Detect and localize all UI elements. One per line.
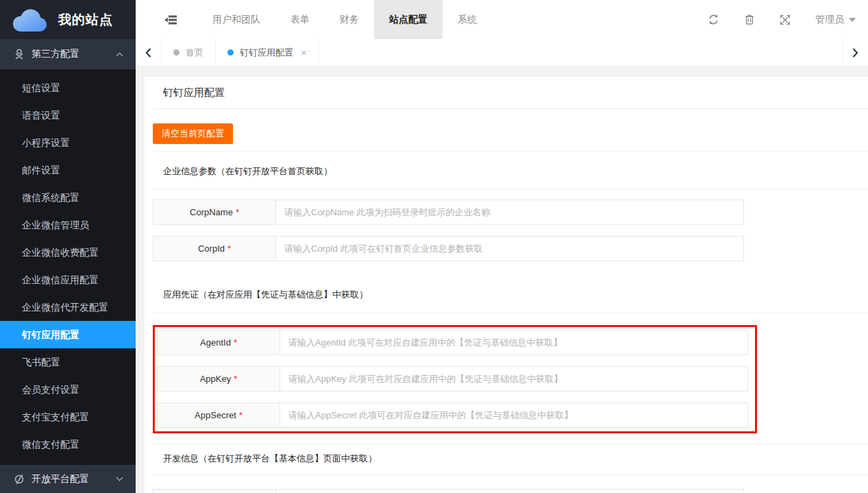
highlight-annotation-box: AgentId * AppKey * AppSecret *	[153, 325, 757, 433]
tab-label: 首页	[186, 47, 203, 59]
tab-status-dot	[227, 49, 234, 56]
agentid-input[interactable]	[280, 330, 748, 355]
sidebar-group-label: 第三方配置	[32, 48, 116, 60]
appsecret-input[interactable]	[280, 402, 748, 428]
field-row-appkey: AppKey *	[157, 366, 749, 392]
sidebar-item-wechat-payment-config[interactable]: 微信支付配置	[0, 431, 136, 458]
sidebar-group-open-platform[interactable]: 开放平台配置	[0, 465, 136, 493]
toolbar: 清空当前页配置	[153, 123, 868, 144]
corpname-input[interactable]	[275, 200, 744, 225]
section-title-dev-info: 开发信息（在钉钉开放平台【基本信息】页面中获取）	[153, 453, 868, 465]
collapse-sidebar-icon[interactable]	[164, 15, 177, 25]
field-label-text: AgentId	[200, 337, 231, 348]
required-mark: *	[227, 243, 231, 254]
sidebar-item-wecom-admin[interactable]: 企业微信管理员	[0, 211, 136, 239]
admin-menu[interactable]: 管理员	[815, 14, 856, 26]
field-row-corpid: CorpId *	[153, 236, 745, 261]
field-label: AppSecret *	[157, 402, 280, 428]
sidebar-item-wechat-system-config[interactable]: 微信系统配置	[0, 184, 136, 211]
required-mark: *	[236, 207, 239, 217]
field-label: CorpName *	[153, 200, 275, 225]
top-header: 用户和团队 表单 财务 站点配置 系统	[136, 0, 868, 40]
sidebar-item-miniprogram-settings[interactable]: 小程序设置	[0, 129, 136, 156]
sidebar-item-mail-settings[interactable]: 邮件设置	[0, 156, 136, 184]
nav-item-forms[interactable]: 表单	[275, 0, 325, 39]
refresh-icon[interactable]	[708, 14, 719, 25]
tab-home[interactable]: 首页	[162, 39, 216, 66]
nav-item-site-config[interactable]: 站点配置	[374, 0, 443, 39]
header-actions: 管理员	[708, 14, 868, 26]
site-title: 我的站点	[58, 11, 113, 29]
divider	[153, 189, 868, 189]
tab-status-dot	[173, 49, 179, 56]
sidebar-item-member-payment-settings[interactable]: 会员支付设置	[0, 376, 136, 403]
sidebar-item-sms-settings[interactable]: 短信设置	[0, 74, 136, 101]
tab-bar: 首页 钉钉应用配置 ×	[136, 39, 868, 67]
field-row-corpname: CorpName *	[153, 200, 745, 225]
third-party-icon	[14, 49, 25, 60]
tab-dingtalk-app-config[interactable]: 钉钉应用配置 ×	[216, 39, 319, 66]
sidebar-item-voice-settings[interactable]: 语音设置	[0, 101, 136, 129]
field-label	[153, 489, 275, 493]
fullscreen-icon[interactable]	[780, 14, 791, 25]
trash-icon[interactable]	[744, 14, 755, 25]
brand-logo[interactable]: 我的站点	[0, 0, 136, 39]
sidebar-item-wecom-dev-config[interactable]: 企业微信代开发配置	[0, 293, 136, 321]
sidebar-group-third-party[interactable]: 第三方配置	[0, 39, 136, 69]
required-mark: *	[234, 337, 237, 348]
chevron-up-icon	[116, 52, 123, 57]
sidebar-item-dingtalk-app-config[interactable]: 钉钉应用配置	[0, 321, 136, 348]
nav-item-system[interactable]: 系统	[443, 0, 492, 39]
main-content: 钉钉应用配置 清空当前页配置 企业信息参数（在钉钉开放平台首页获取） CorpN…	[145, 77, 868, 493]
sidebar-menu: 短信设置 语音设置 小程序设置 邮件设置 微信系统配置 企业微信管理员 企业微信…	[0, 69, 136, 458]
field-label: AppKey *	[157, 366, 280, 392]
sidebar-item-alipay-payment-config[interactable]: 支付宝支付配置	[0, 403, 136, 431]
nav-item-finance[interactable]: 财务	[325, 0, 374, 39]
required-mark: *	[239, 410, 243, 420]
section-title-corp-info: 企业信息参数（在钉钉开放平台首页获取）	[153, 165, 868, 178]
field-row-partial	[153, 489, 745, 493]
tabs-scroll-left-icon[interactable]	[136, 39, 162, 66]
app-root: 我的站点 第三方配置 短信设置 语音设置 小程序设置 邮件设置 微信系统配置 企…	[0, 0, 868, 493]
tab-label: 钉钉应用配置	[240, 47, 293, 59]
sidebar-item-wecom-app-config[interactable]: 企业微信应用配置	[0, 266, 136, 293]
admin-label: 管理员	[815, 14, 844, 26]
field-label-text: CorpName	[190, 207, 233, 217]
sidebar-group-label: 开放平台配置	[32, 473, 116, 485]
divider	[153, 474, 868, 475]
field-row-agentid: AgentId *	[157, 330, 749, 355]
divider	[153, 444, 868, 444]
nav-item-users-teams[interactable]: 用户和团队	[197, 0, 275, 39]
section-title-app-credentials: 应用凭证（在对应应用【凭证与基础信息】中获取）	[153, 289, 868, 301]
clear-page-config-button[interactable]: 清空当前页配置	[153, 123, 233, 144]
cloud-logo-icon	[11, 7, 49, 33]
divider	[153, 151, 868, 152]
corpid-input[interactable]	[275, 236, 744, 261]
tab-close-icon[interactable]: ×	[301, 47, 307, 58]
sidebar: 我的站点 第三方配置 短信设置 语音设置 小程序设置 邮件设置 微信系统配置 企…	[0, 0, 136, 493]
field-label-text: AppKey	[200, 374, 232, 384]
chevron-down-icon	[116, 477, 123, 481]
required-mark: *	[234, 374, 237, 384]
tabs-scroll-right-icon[interactable]	[842, 39, 868, 66]
field-label-text: CorpId	[198, 243, 225, 254]
sidebar-item-feishu-config[interactable]: 飞书配置	[0, 348, 136, 376]
divider	[153, 313, 868, 313]
caret-down-icon	[849, 18, 856, 22]
field-label: AgentId *	[157, 330, 280, 355]
field-label: CorpId *	[153, 236, 275, 261]
appkey-input[interactable]	[280, 366, 748, 392]
open-platform-icon	[14, 474, 25, 485]
divider	[153, 108, 868, 109]
field-label-text: AppSecret	[195, 410, 236, 420]
sidebar-item-wecom-billing-config[interactable]: 企业微信收费配置	[0, 239, 136, 266]
top-nav: 用户和团队 表单 财务 站点配置 系统	[197, 0, 492, 39]
field-row-appsecret: AppSecret *	[157, 402, 749, 428]
dev-info-input[interactable]	[275, 489, 744, 493]
page-title: 钉钉应用配置	[153, 77, 868, 108]
